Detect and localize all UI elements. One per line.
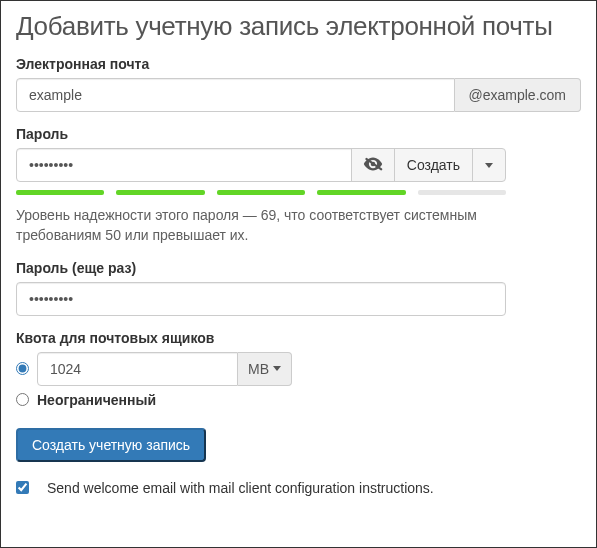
quota-input-wrap: MB <box>37 352 232 386</box>
caret-down-icon <box>273 366 281 371</box>
email-group: Электронная почта @example.com <box>16 56 581 112</box>
caret-down-icon <box>485 163 493 168</box>
email-domain-addon: @example.com <box>455 78 581 112</box>
welcome-email-row: Send welcome email with mail client conf… <box>16 480 581 496</box>
quota-unit-label: MB <box>248 361 269 377</box>
page-title: Добавить учетную запись электронной почт… <box>16 11 581 42</box>
email-label: Электронная почта <box>16 56 581 72</box>
password-strength-help: Уровень надежности этого пароля — 69, чт… <box>16 205 506 246</box>
strength-segment <box>418 190 506 195</box>
quota-value-radio[interactable] <box>16 362 29 375</box>
add-email-account-panel: Добавить учетную запись электронной почт… <box>0 0 597 548</box>
password-group: Пароль Создать Уровень на <box>16 126 581 246</box>
password-confirm-input[interactable] <box>16 282 506 316</box>
quota-unlimited-label[interactable]: Неограниченный <box>37 392 156 408</box>
quota-unlimited-radio[interactable] <box>16 393 29 406</box>
email-input[interactable] <box>16 78 455 112</box>
generate-password-options-button[interactable] <box>472 148 506 182</box>
welcome-email-label: Send welcome email with mail client conf… <box>47 480 434 496</box>
password-confirm-label: Пароль (еще раз) <box>16 260 581 276</box>
strength-segment <box>116 190 204 195</box>
quota-value-input[interactable] <box>37 352 238 386</box>
welcome-email-checkbox[interactable] <box>16 481 29 494</box>
quota-value-row: MB <box>16 352 581 386</box>
quota-unit-dropdown[interactable]: MB <box>238 352 292 386</box>
strength-segment <box>217 190 305 195</box>
strength-segment <box>16 190 104 195</box>
password-row: Создать <box>16 148 506 182</box>
toggle-password-visibility-button[interactable] <box>351 148 395 182</box>
email-input-group: @example.com <box>16 78 581 112</box>
strength-segment <box>317 190 405 195</box>
password-input[interactable] <box>16 148 352 182</box>
eye-off-icon <box>362 153 384 178</box>
create-account-button[interactable]: Создать учетную запись <box>16 428 206 462</box>
password-strength-meter <box>16 190 506 195</box>
password-label: Пароль <box>16 126 581 142</box>
quota-label: Квота для почтовых ящиков <box>16 330 581 346</box>
generate-password-button[interactable]: Создать <box>394 148 473 182</box>
quota-unlimited-row: Неограниченный <box>16 392 581 408</box>
password-confirm-group: Пароль (еще раз) <box>16 260 581 316</box>
quota-group: Квота для почтовых ящиков MB Неограничен… <box>16 330 581 408</box>
